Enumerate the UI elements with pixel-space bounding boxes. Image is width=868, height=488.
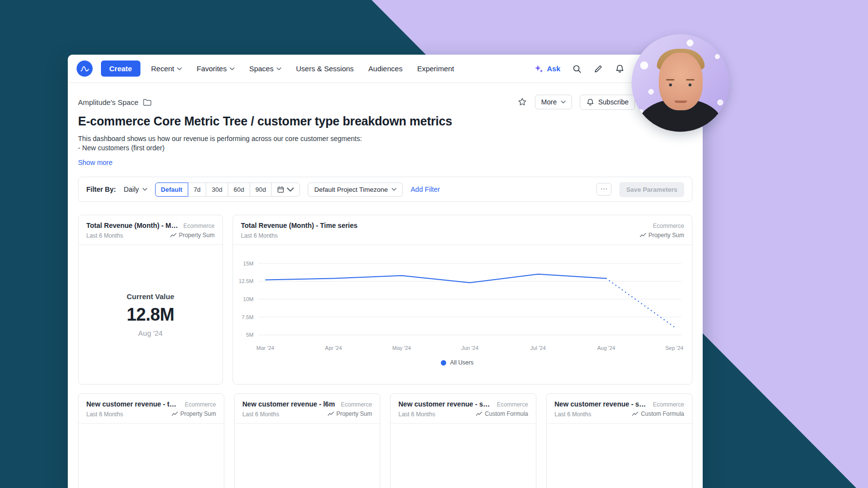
metric-value: 12.8M	[127, 305, 175, 325]
timezone-dropdown[interactable]: Default Project Timezone	[308, 183, 403, 197]
range-option-90d[interactable]: 90d	[250, 183, 272, 197]
ask-button[interactable]: Ask	[534, 64, 560, 73]
nav-item-experiment[interactable]: Experiment	[417, 64, 454, 73]
timeseries-plot[interactable]	[258, 258, 681, 341]
cards-row-top: Total Revenue (Month) - Metric Ecommerce…	[78, 215, 692, 385]
nav-item-label: Spaces	[249, 64, 274, 73]
card-measure: Property Sum	[172, 410, 216, 417]
card-measure: Custom Formula	[476, 410, 528, 417]
dashboard-card: New customer revenue - total - ... Ecomm…	[78, 393, 224, 488]
presenter-eye	[669, 83, 672, 86]
range-option-30d[interactable]: 30d	[206, 183, 228, 197]
presenter-mouth	[674, 101, 687, 103]
card-title[interactable]: New customer revenue - share ...	[554, 400, 648, 408]
card-measure: Property Sum	[640, 232, 684, 239]
card-title[interactable]: New customer revenue - l6m	[242, 400, 335, 408]
nav-item-audiences[interactable]: Audiences	[368, 64, 402, 73]
subscribe-label: Subscribe	[598, 98, 629, 106]
card-period-label: Last 6 Months	[242, 411, 279, 418]
presenter-eyebrow	[686, 79, 694, 81]
custom-date-range-button[interactable]	[271, 183, 300, 197]
trend-icon	[172, 411, 178, 416]
more-button[interactable]: More	[535, 95, 572, 109]
x-tick-label: Jun '24	[461, 345, 478, 351]
favorite-button[interactable]	[517, 97, 527, 107]
save-parameters-button[interactable]: Save Parameters	[619, 182, 684, 197]
notifications-button[interactable]	[615, 64, 625, 74]
dashboard-description: This dashboard shows us how our revenue …	[78, 134, 692, 153]
legend-label: All Users	[450, 359, 473, 366]
filter-bar: Filter By: Daily Default7d30d60d90d Defa…	[78, 177, 692, 202]
x-tick-label: Apr '24	[325, 345, 342, 351]
chevron-down-icon	[177, 67, 182, 70]
card-title[interactable]: New customer revenue - share ...	[398, 400, 492, 408]
notebook-button[interactable]	[593, 64, 603, 74]
chevron-down-icon	[276, 67, 281, 70]
metric-value-label: Current Value	[127, 292, 175, 301]
card-title[interactable]: Total Revenue (Month) - Time series	[241, 222, 357, 229]
breadcrumb[interactable]: Amplitude's Space	[78, 98, 152, 106]
description-line-1: This dashboard shows us how our revenue …	[78, 134, 692, 143]
breadcrumb-row: Amplitude's Space More	[78, 96, 692, 108]
y-tick-label: 5M	[246, 332, 254, 338]
dashboard-card: New customer revenue - l6m Ecommerce Las…	[234, 393, 380, 488]
card-measure-label: Property Sum	[336, 410, 372, 417]
nav-item-spaces[interactable]: Spaces	[249, 64, 281, 73]
range-segmented: Default7d30d60d90d	[155, 183, 300, 197]
chevron-down-icon	[561, 101, 566, 103]
search-icon	[572, 64, 582, 74]
nav-item-favorites[interactable]: Favorites	[197, 64, 235, 73]
page-title: E-commerce Core Metric Tree / customer t…	[78, 114, 692, 128]
card-measure: Property Sum	[170, 232, 215, 239]
nav-item-users-sessions[interactable]: Users & Sessions	[296, 64, 354, 73]
card-header: Total Revenue (Month) - Time series Ecom…	[233, 215, 692, 245]
card-header: New customer revenue - total - ... Ecomm…	[79, 394, 224, 424]
card-header: Total Revenue (Month) - Metric Ecommerce…	[79, 215, 222, 245]
trend-icon	[170, 233, 177, 238]
card-period-label: Last 6 Months	[86, 411, 123, 418]
subscribe-button[interactable]: Subscribe	[580, 95, 635, 110]
y-tick-label: 12.5M	[238, 278, 254, 284]
dashboard-card: New customer revenue - share ... Ecommer…	[546, 393, 692, 488]
legend-dot	[441, 360, 446, 366]
card-period-label: Last 6 Months	[554, 411, 591, 418]
filter-overflow-button[interactable]: ···	[596, 183, 612, 196]
card-source-label: Ecommerce	[341, 401, 372, 408]
metric-card: Total Revenue (Month) - Metric Ecommerce…	[78, 215, 223, 385]
granularity-dropdown[interactable]: Daily	[124, 185, 147, 193]
presenter-eye	[689, 83, 691, 86]
filter-by-label: Filter By:	[86, 185, 116, 193]
card-header: New customer revenue - share ... Ecommer…	[547, 394, 692, 424]
nav-item-label: Experiment	[417, 64, 454, 73]
ask-label: Ask	[547, 64, 560, 73]
nav-item-recent[interactable]: Recent	[151, 64, 182, 73]
presentation-stage: Create RecentFavoritesSpacesUsers & Sess…	[0, 0, 868, 488]
card-measure-label: Property Sum	[179, 232, 215, 239]
x-tick-label: Aug '24	[597, 345, 615, 351]
x-axis-labels: Mar '24Apr '24May '24Jun '24Jul '24Aug '…	[258, 345, 671, 353]
search-button[interactable]	[572, 64, 582, 74]
y-tick-label: 15M	[243, 261, 254, 266]
add-filter-link[interactable]: Add Filter	[411, 185, 440, 193]
sparkle-icon	[534, 64, 543, 73]
top-nav: Create RecentFavoritesSpacesUsers & Sess…	[68, 55, 703, 83]
subscribe-bell-icon	[586, 98, 594, 106]
card-source-label: Ecommerce	[653, 223, 684, 229]
trend-icon	[632, 411, 638, 416]
amplitude-logo[interactable]	[77, 61, 93, 77]
plot-row: 15M12.5M10M7.5M5M	[233, 258, 681, 341]
card-measure-label: Property Sum	[180, 410, 216, 417]
card-title[interactable]: Total Revenue (Month) - Metric	[86, 222, 178, 229]
show-more-link[interactable]: Show more	[78, 159, 113, 166]
chevron-down-icon	[230, 67, 235, 70]
range-option-60d[interactable]: 60d	[228, 183, 250, 197]
chevron-down-icon	[142, 188, 147, 191]
granularity-value: Daily	[124, 185, 139, 193]
create-button[interactable]: Create	[101, 61, 140, 77]
range-option-7d[interactable]: 7d	[188, 183, 206, 197]
timeseries-card: Total Revenue (Month) - Time series Ecom…	[233, 215, 692, 385]
trend-icon	[476, 411, 482, 416]
range-option-default[interactable]: Default	[155, 183, 188, 197]
chevron-down-icon	[392, 188, 396, 191]
card-title[interactable]: New customer revenue - total - ...	[86, 400, 180, 408]
